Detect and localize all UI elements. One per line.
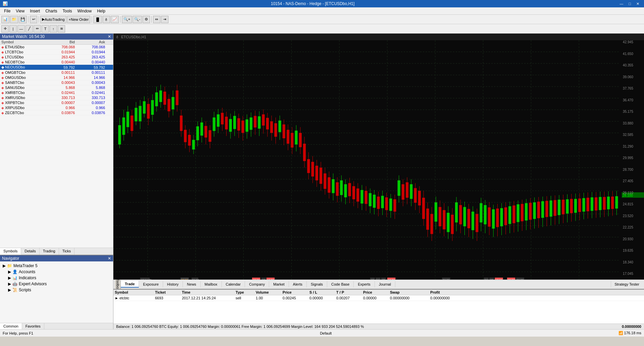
line-chart-button[interactable]: 📈 (111, 16, 119, 23)
market-watch-row[interactable]: ◆ SANBTCbo 0.00043 0.00043 (0, 80, 113, 85)
balance-bar: Balance: 1 006.09254760 BTC Equity: 1 00… (113, 324, 644, 329)
market-watch-row[interactable]: ◆ LTCBTCbo 0.01944 0.01944 (0, 50, 113, 55)
open-button[interactable]: 📁 (10, 16, 18, 23)
nav-item-experts[interactable]: ▶ 🤖 Expert Advisors (1, 281, 112, 287)
mw-tab-symbols[interactable]: Symbols (0, 248, 21, 255)
tab-alerts[interactable]: Alerts (289, 281, 307, 287)
bid-price: 263.425 (45, 55, 75, 59)
svg-text:28.700: 28.700 (623, 167, 633, 171)
ask-price: 0.00043 (75, 81, 105, 85)
zoom-out-button[interactable]: 🔍- (133, 16, 142, 23)
tab-signals[interactable]: Signals (307, 281, 327, 287)
mw-tab-trading[interactable]: Trading (40, 248, 59, 255)
menu-view[interactable]: View (13, 8, 27, 14)
symbol-name: ◆ SANUSDbo (1, 86, 45, 90)
close-button[interactable]: ✕ (634, 2, 641, 6)
svg-rect-136 (332, 179, 335, 193)
market-watch-row[interactable]: ◆ SANUSDbo 5.868 5.868 (0, 85, 113, 90)
terminal-panel: Symbol Ticket Time Type Volume Price S /… (113, 289, 644, 329)
text-button[interactable]: T (42, 25, 49, 33)
market-watch-row[interactable]: ◆ LTCUSDbo 263.425 263.425 (0, 55, 113, 60)
tab-history[interactable]: History (163, 281, 183, 287)
menu-file[interactable]: File (1, 8, 13, 14)
market-watch-row[interactable]: ◆ ZECBTCbo 0.03876 0.03876 (0, 110, 113, 115)
autotrading-button[interactable]: ▶ AutoTrading (40, 16, 66, 23)
th-tp: T / P (336, 290, 363, 294)
navigator-close[interactable]: ✕ (108, 256, 111, 261)
tab-experts[interactable]: Experts (354, 281, 375, 287)
svg-rect-112 (283, 125, 285, 138)
scroll-button[interactable]: ⇔ (153, 16, 160, 23)
svg-rect-118 (295, 131, 298, 144)
zoom-in-button[interactable]: 🔍+ (122, 16, 132, 23)
vline-button[interactable]: | (9, 25, 17, 33)
tab-news[interactable]: News (183, 281, 201, 287)
tab-company[interactable]: Company (245, 281, 269, 287)
accounts-icon: 👤 (12, 269, 17, 274)
menu-help[interactable]: Help (94, 8, 108, 14)
market-watch-close[interactable]: ✕ (108, 34, 111, 39)
tab-exposure[interactable]: Exposure (139, 281, 163, 287)
new-chart-button[interactable]: 📊 (1, 16, 9, 23)
svg-rect-248 (562, 200, 564, 214)
menu-insert[interactable]: Insert (27, 8, 43, 14)
svg-rect-184 (431, 214, 433, 234)
trendline-button[interactable]: ╱ (26, 25, 33, 33)
navigator-body: ▶ 📁 MetaTrader 5 ▶ 👤 Accounts ▶ 📊 Indica… (0, 261, 113, 323)
arrow-button[interactable]: ↑ (50, 25, 57, 33)
market-watch-row[interactable]: ◆ OMGUSDbo 14.966 14.966 (0, 75, 113, 80)
maximize-button[interactable]: □ (627, 2, 633, 6)
chart-canvas[interactable]: 42.945 41.650 40.355 39.060 37.765 36.47… (113, 40, 644, 280)
mw-tab-ticks[interactable]: Ticks (59, 248, 75, 255)
svg-text:42.945: 42.945 (623, 40, 633, 44)
new-order-button[interactable]: + New Order (67, 16, 91, 23)
svg-rect-80 (217, 114, 219, 127)
save-button[interactable]: 💾 (19, 16, 27, 23)
svg-text:13: 13 (371, 278, 374, 280)
tab-journal[interactable]: Journal (375, 281, 395, 287)
menu-charts[interactable]: Charts (43, 8, 60, 14)
bar-chart-button[interactable]: ▐▌ (93, 16, 102, 23)
market-watch-row[interactable]: ◆ XRPBTCbo 0.00007 0.00007 (0, 100, 113, 105)
crosshair-button[interactable]: ✛ (1, 25, 9, 33)
nav-item-scripts[interactable]: ▶ 📜 Scripts (1, 287, 112, 293)
candle-button[interactable]: 🕯 (103, 16, 110, 23)
fibonacci-button[interactable]: ≋ (58, 25, 65, 33)
market-watch-row[interactable]: ◆ NEOBTCbo 0.00440 0.00440 (0, 60, 113, 65)
tab-trade[interactable]: Trade (121, 281, 139, 288)
market-watch-columns: Symbol Bid Ask (0, 40, 113, 45)
minimize-button[interactable]: — (617, 2, 625, 6)
market-watch-row[interactable]: ◆ OMGBTCbo 0.00111 0.00111 (0, 70, 113, 75)
nav-item-indicators[interactable]: ▶ 📊 Indicators (1, 275, 112, 281)
scripts-icon: 📜 (12, 288, 17, 292)
market-watch-row[interactable]: ◆ NEOUSDbo 59.792 59.792 (0, 65, 113, 70)
tab-codebase[interactable]: Code Base (327, 281, 354, 287)
undo-button[interactable]: ↩ (30, 16, 37, 23)
nav-tab-favorites[interactable]: Favorites (22, 323, 44, 329)
chart-shift-button[interactable]: ⇥ (161, 16, 168, 23)
left-panel: Market Watch: 16:54:30 ✕ Symbol Bid Ask … (0, 34, 113, 329)
hline-button[interactable]: — (17, 25, 25, 33)
nav-tab-common[interactable]: Common (0, 323, 22, 329)
mw-tab-details[interactable]: Details (21, 248, 40, 255)
market-watch-row[interactable]: ◆ XRPUSDbo 0.966 0.966 (0, 105, 113, 110)
market-watch-list[interactable]: ◆ ETHUSDbo 708.068 708.068 ◆ LTCBTCbo 0.… (0, 45, 113, 248)
ask-price: 0.03876 (75, 111, 105, 115)
nav-item-metatrader[interactable]: ▶ 📁 MetaTrader 5 (1, 263, 112, 269)
tab-market[interactable]: Market (269, 281, 289, 287)
menu-tools[interactable]: Tools (60, 8, 75, 14)
tab-mailbox[interactable]: Mailbox (201, 281, 222, 287)
toolbox-button[interactable]: Toolbox (115, 279, 121, 290)
svg-rect-52 (159, 91, 162, 102)
tab-calendar[interactable]: Calendar (222, 281, 245, 287)
nav-label: Accounts (19, 269, 35, 274)
nav-label: MetaTrader 5 (13, 263, 38, 268)
strategy-tester-button[interactable]: Strategy Tester (611, 281, 643, 287)
draw-button[interactable]: ✏ (34, 25, 41, 33)
menu-window[interactable]: Window (75, 8, 95, 14)
market-watch-row[interactable]: ◆ XMRBTCbo 0.02441 0.02441 (0, 90, 113, 95)
market-watch-row[interactable]: ◆ XMRUSDbo 330.713 330.713 (0, 95, 113, 100)
nav-item-accounts[interactable]: ▶ 👤 Accounts (1, 269, 112, 275)
properties-button[interactable]: ⚙ (143, 16, 150, 23)
market-watch-row[interactable]: ◆ ETHUSDbo 708.068 708.068 (0, 45, 113, 50)
